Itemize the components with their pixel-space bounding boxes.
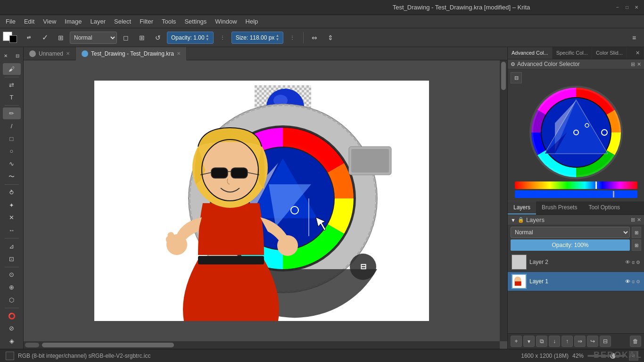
h-scroll-thumb[interactable] bbox=[42, 343, 174, 347]
tool-krita-icon[interactable]: 🖌 bbox=[3, 63, 21, 75]
tool-bezier-select[interactable]: ⊡ bbox=[3, 253, 21, 265]
move-up-btn[interactable]: ↑ bbox=[561, 336, 573, 347]
layers-opacity-expand[interactable]: ⊞ bbox=[632, 239, 641, 251]
add-layer-btn[interactable]: + bbox=[511, 336, 522, 347]
swap-colors-icon[interactable]: ⇄ bbox=[22, 31, 36, 45]
menu-filter[interactable]: Filter bbox=[136, 16, 157, 27]
close-button[interactable]: ✕ bbox=[633, 4, 640, 11]
color-tab-sliders[interactable]: Color Slid... bbox=[592, 47, 627, 59]
opacity-control[interactable]: Opacity: 1.00 ▲ ▼ bbox=[167, 32, 214, 44]
tool-dynamic[interactable]: 〜 bbox=[3, 171, 21, 182]
duplicate-layer-btn[interactable]: ⧉ bbox=[536, 336, 547, 347]
blend-mode-select[interactable]: Normal Multiply Screen Overlay bbox=[70, 32, 117, 44]
tool-move[interactable]: ↔ bbox=[3, 224, 21, 236]
menu-window[interactable]: Window bbox=[211, 16, 240, 27]
tool-smart-patch[interactable]: ✦ bbox=[3, 199, 21, 211]
tool-line[interactable]: / bbox=[3, 120, 21, 132]
color-swatches[interactable] bbox=[3, 31, 20, 45]
menu-view[interactable]: View bbox=[39, 16, 60, 27]
tool-color-select[interactable]: ⊙ bbox=[3, 269, 21, 280]
tool-contiguous-select[interactable]: ⥁ bbox=[3, 187, 21, 198]
settings-icon[interactable]: ≡ bbox=[627, 31, 641, 45]
layers-blend-select[interactable]: Normal Multiply Screen bbox=[511, 227, 630, 238]
menu-image[interactable]: Image bbox=[61, 16, 85, 27]
tab-test-drawing[interactable]: Test_Drawing - Test_Drawing.kra ✕ bbox=[76, 47, 187, 60]
tool-smart-patch2[interactable]: ⊘ bbox=[3, 322, 21, 334]
tab-test-drawing-close[interactable]: ✕ bbox=[177, 51, 181, 56]
layers-expand-btn[interactable]: ⊞ bbox=[632, 227, 641, 238]
flatten-btn[interactable]: ⊟ bbox=[600, 336, 611, 347]
layer-2-settings[interactable]: ⚙ bbox=[636, 260, 640, 265]
size-down-arrow[interactable]: ▼ bbox=[275, 38, 279, 41]
layer-1-alpha[interactable]: α bbox=[632, 279, 635, 284]
canvas-preview-toggle[interactable] bbox=[6, 352, 14, 360]
layer-2-visible[interactable]: 👁 bbox=[625, 259, 630, 265]
maximize-button[interactable]: □ bbox=[623, 4, 631, 11]
eraser-icon[interactable]: ◻ bbox=[119, 31, 133, 45]
adv-color-close[interactable]: ✕ bbox=[637, 61, 641, 67]
menu-edit[interactable]: Edit bbox=[20, 16, 38, 27]
sat-slider[interactable] bbox=[515, 190, 637, 198]
menu-help[interactable]: Help bbox=[242, 16, 262, 27]
opacity-extra-icon[interactable]: ⋮ bbox=[215, 31, 230, 45]
size-control[interactable]: Size: 118.00 px ▲ ▼ bbox=[231, 32, 284, 44]
layers-opacity-control[interactable]: Opacity: 100% bbox=[511, 239, 630, 251]
panel-tab-brush-presets[interactable]: Brush Presets bbox=[536, 201, 583, 214]
tool-ellipse[interactable]: ○ bbox=[3, 146, 21, 157]
layers-panel-expand[interactable]: ⊞ bbox=[631, 217, 635, 223]
layer-item-2[interactable]: Layer 2 👁 α ⚙ bbox=[508, 253, 644, 272]
horizontal-scrollbar[interactable] bbox=[24, 341, 500, 349]
mirror-h-icon[interactable]: ⇔ bbox=[307, 31, 322, 45]
minimize-button[interactable]: − bbox=[614, 4, 621, 11]
layers-lock-icon[interactable]: 🔒 bbox=[518, 217, 524, 223]
tool-fill[interactable]: ⊕ bbox=[3, 281, 21, 293]
panel-tab-layers[interactable]: Layers bbox=[508, 201, 536, 214]
menu-settings[interactable]: Settings bbox=[181, 16, 210, 27]
refresh-icon[interactable]: ↺ bbox=[151, 31, 165, 45]
layer-1-settings[interactable]: ⚙ bbox=[636, 279, 640, 284]
brush-preset-btn[interactable]: ✓ bbox=[38, 31, 52, 45]
tool-rectangle[interactable]: □ bbox=[3, 133, 21, 145]
background-color[interactable] bbox=[9, 35, 17, 43]
layer-item-1[interactable]: Layer 1 👁 α ⚙ bbox=[508, 272, 644, 291]
color-tab-close[interactable]: ✕ bbox=[632, 47, 644, 59]
tool-brush[interactable]: ✏ bbox=[3, 107, 21, 119]
tool-float-icon[interactable]: ⊟ bbox=[14, 49, 21, 62]
tool-assistant[interactable]: ◈ bbox=[3, 335, 21, 347]
copy-to-btn[interactable]: ⇒ bbox=[574, 336, 586, 347]
color-tab-specific[interactable]: Specific Col... bbox=[553, 47, 592, 59]
color-wheel-svg[interactable] bbox=[517, 85, 635, 180]
panel-tab-tool-options[interactable]: Tool Options bbox=[583, 201, 626, 214]
hue-slider[interactable] bbox=[515, 181, 637, 189]
grid-icon[interactable]: ⊞ bbox=[54, 31, 68, 45]
color-view-icon[interactable]: ⊟ bbox=[511, 72, 522, 83]
vertical-scrollbar[interactable] bbox=[500, 60, 507, 341]
v-scroll-thumb[interactable] bbox=[501, 62, 506, 90]
layers-expand-icon[interactable]: ▼ bbox=[511, 217, 516, 223]
add-layer-type-btn[interactable]: ▼ bbox=[523, 336, 535, 347]
color-tab-advanced[interactable]: Advanced Col... bbox=[508, 47, 553, 59]
tool-crop[interactable]: ✕ bbox=[3, 212, 21, 223]
menu-select[interactable]: Select bbox=[110, 16, 135, 27]
alpha-lock-icon[interactable]: ⊞ bbox=[135, 31, 149, 45]
tool-close-icon[interactable]: ✕ bbox=[2, 49, 9, 62]
tool-multibrush[interactable]: ∿ bbox=[3, 158, 21, 170]
tool-enclose-fill[interactable]: ⭕ bbox=[3, 310, 21, 322]
move-down-btn[interactable]: ↓ bbox=[549, 336, 560, 347]
layer-2-alpha[interactable]: α bbox=[632, 260, 635, 265]
menu-file[interactable]: File bbox=[2, 16, 19, 27]
tool-text[interactable]: T bbox=[3, 91, 21, 103]
mirror-v-icon[interactable]: ⇕ bbox=[323, 31, 338, 45]
delete-layer-btn[interactable]: 🗑 bbox=[630, 336, 641, 347]
tool-polygon-select[interactable]: ⊿ bbox=[3, 240, 21, 252]
tool-transform[interactable]: ⇄ bbox=[3, 79, 21, 91]
layer-1-visible[interactable]: 👁 bbox=[625, 279, 630, 284]
tool-gradient[interactable]: ⬡ bbox=[3, 294, 21, 306]
tab-unnamed[interactable]: Unnamed ✕ bbox=[24, 47, 76, 60]
color-settings-icon[interactable]: ⚙ bbox=[511, 61, 515, 67]
layers-panel-close[interactable]: ✕ bbox=[637, 217, 641, 223]
menu-tools[interactable]: Tools bbox=[158, 16, 180, 27]
adv-color-expand[interactable]: ⊞ bbox=[631, 61, 635, 67]
size-extra-icon[interactable]: ⋮ bbox=[285, 31, 299, 45]
opacity-down-arrow[interactable]: ▼ bbox=[206, 38, 209, 41]
